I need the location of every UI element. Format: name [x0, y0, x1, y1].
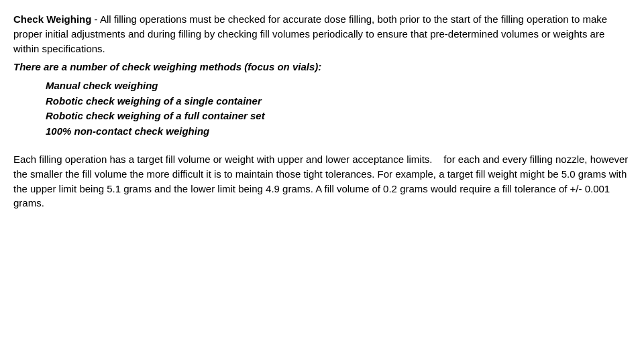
content-area: Check Weighing - All filling operations … — [0, 0, 644, 223]
method-item-3: Robotic check weighing of a full contain… — [46, 109, 631, 124]
paragraph-2: There are a number of check weighing met… — [13, 60, 631, 74]
method-item-4: 100% non-contact check weighing — [46, 124, 631, 139]
methods-intro: There are a number of check weighing met… — [13, 61, 321, 72]
paragraph-1-text: - All filling operations must be checked… — [13, 13, 607, 54]
paragraph-3-part1: Each filling operation has a target fill… — [13, 154, 433, 165]
method-item-1: Manual check weighing — [46, 78, 631, 94]
paragraph-1: Check Weighing - All filling operations … — [13, 12, 631, 56]
check-weighing-title: Check Weighing — [13, 13, 91, 25]
spacer — [13, 140, 631, 152]
methods-list: Manual check weighing Robotic check weig… — [46, 78, 631, 139]
method-item-2: Robotic check weighing of a single conta… — [46, 94, 631, 109]
paragraph-3: Each filling operation has a target fill… — [13, 152, 631, 210]
